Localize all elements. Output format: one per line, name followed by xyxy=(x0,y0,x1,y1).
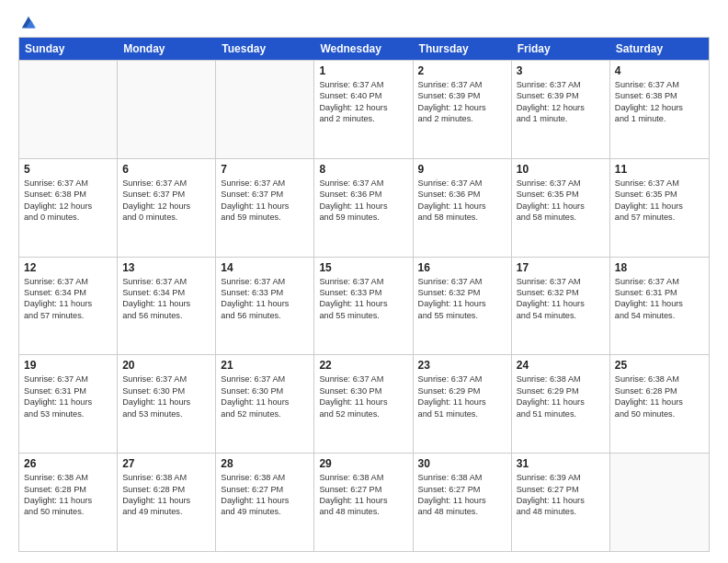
day-number: 2 xyxy=(418,64,506,77)
cell-line: Sunset: 6:34 PM xyxy=(122,287,210,298)
day-number: 17 xyxy=(517,261,605,274)
header-day-tuesday: Tuesday xyxy=(216,38,314,60)
cell-line: Sunrise: 6:37 AM xyxy=(615,276,704,287)
cell-line: and 57 minutes. xyxy=(615,212,704,223)
cell-line: Daylight: 11 hours xyxy=(418,201,506,212)
cell-line: Sunrise: 6:37 AM xyxy=(319,178,407,189)
cell-line: Daylight: 12 hours xyxy=(517,102,605,113)
day-number: 21 xyxy=(221,359,309,372)
day-number: 25 xyxy=(615,359,704,372)
cell-line: and 57 minutes. xyxy=(24,310,112,321)
cell-line: Sunrise: 6:37 AM xyxy=(517,178,605,189)
cell-line: Sunrise: 6:38 AM xyxy=(24,472,112,483)
cell-line: Sunrise: 6:37 AM xyxy=(221,373,309,385)
day-number: 16 xyxy=(418,261,506,274)
cell-line: Sunset: 6:30 PM xyxy=(221,385,309,396)
cell-line: and 53 minutes. xyxy=(122,408,210,419)
day-cell-24: 24Sunrise: 6:38 AMSunset: 6:29 PMDayligh… xyxy=(512,355,610,453)
empty-cell xyxy=(19,61,118,158)
cell-line: Sunset: 6:28 PM xyxy=(122,484,210,495)
cell-line: Sunset: 6:27 PM xyxy=(319,484,407,495)
cell-line: Daylight: 11 hours xyxy=(221,201,309,212)
cell-line: Sunset: 6:35 PM xyxy=(615,189,704,200)
cell-line: Sunset: 6:27 PM xyxy=(221,484,309,495)
cell-line: Sunrise: 6:37 AM xyxy=(517,276,605,287)
cell-line: Sunset: 6:38 PM xyxy=(24,189,112,200)
cell-line: Daylight: 11 hours xyxy=(122,495,210,506)
cell-line: Sunrise: 6:37 AM xyxy=(418,79,506,90)
day-cell-3: 3Sunrise: 6:37 AMSunset: 6:39 PMDaylight… xyxy=(512,61,610,158)
cell-line: and 56 minutes. xyxy=(122,310,210,321)
cell-line: and 1 minute. xyxy=(615,113,704,124)
cell-line: Daylight: 11 hours xyxy=(122,298,210,309)
header-day-wednesday: Wednesday xyxy=(314,38,413,60)
day-number: 31 xyxy=(517,457,605,470)
cell-line: Sunrise: 6:37 AM xyxy=(615,79,704,90)
cell-line: and 48 minutes. xyxy=(517,506,605,517)
cell-line: and 1 minute. xyxy=(517,113,605,124)
cell-line: and 55 minutes. xyxy=(418,310,506,321)
day-cell-29: 29Sunrise: 6:38 AMSunset: 6:27 PMDayligh… xyxy=(314,454,413,551)
cell-line: Sunset: 6:31 PM xyxy=(615,287,704,298)
day-cell-6: 6Sunrise: 6:37 AMSunset: 6:37 PMDaylight… xyxy=(118,159,216,257)
day-cell-10: 10Sunrise: 6:37 AMSunset: 6:35 PMDayligh… xyxy=(512,159,610,257)
day-cell-5: 5Sunrise: 6:37 AMSunset: 6:38 PMDaylight… xyxy=(19,159,118,257)
cell-line: Daylight: 11 hours xyxy=(615,298,704,309)
calendar-row-3: 12Sunrise: 6:37 AMSunset: 6:34 PMDayligh… xyxy=(19,257,709,355)
day-cell-12: 12Sunrise: 6:37 AMSunset: 6:34 PMDayligh… xyxy=(19,258,118,355)
day-number: 6 xyxy=(122,163,210,176)
cell-line: Sunset: 6:35 PM xyxy=(517,189,605,200)
day-number: 27 xyxy=(122,457,210,470)
cell-line: Sunrise: 6:37 AM xyxy=(24,373,112,385)
day-cell-23: 23Sunrise: 6:37 AMSunset: 6:29 PMDayligh… xyxy=(414,355,512,453)
calendar-row-4: 19Sunrise: 6:37 AMSunset: 6:31 PMDayligh… xyxy=(19,354,709,453)
cell-line: Sunset: 6:37 PM xyxy=(221,189,309,200)
cell-line: Sunrise: 6:37 AM xyxy=(418,178,506,189)
day-number: 24 xyxy=(517,359,605,372)
day-number: 20 xyxy=(122,359,210,372)
day-cell-1: 1Sunrise: 6:37 AMSunset: 6:40 PMDaylight… xyxy=(314,61,413,158)
day-number: 14 xyxy=(221,261,309,274)
cell-line: Sunset: 6:39 PM xyxy=(418,90,506,101)
cell-line: and 50 minutes. xyxy=(24,506,112,517)
day-cell-9: 9Sunrise: 6:37 AMSunset: 6:36 PMDaylight… xyxy=(414,159,512,257)
cell-line: Sunset: 6:27 PM xyxy=(418,484,506,495)
cell-line: Daylight: 12 hours xyxy=(319,102,407,113)
cell-line: Sunrise: 6:37 AM xyxy=(122,178,210,189)
cell-line: Sunrise: 6:37 AM xyxy=(221,276,309,287)
cell-line: Sunset: 6:33 PM xyxy=(319,287,407,298)
cell-line: Sunset: 6:32 PM xyxy=(517,287,605,298)
cell-line: and 2 minutes. xyxy=(418,113,506,124)
cell-line: and 54 minutes. xyxy=(615,310,704,321)
cell-line: and 54 minutes. xyxy=(517,310,605,321)
header-day-saturday: Saturday xyxy=(610,38,709,60)
cell-line: and 51 minutes. xyxy=(418,408,506,419)
cell-line: Sunset: 6:28 PM xyxy=(615,385,704,396)
cell-line: Daylight: 11 hours xyxy=(122,396,210,408)
cell-line: Daylight: 11 hours xyxy=(418,298,506,309)
cell-line: Sunrise: 6:37 AM xyxy=(418,373,506,385)
day-cell-2: 2Sunrise: 6:37 AMSunset: 6:39 PMDaylight… xyxy=(414,61,512,158)
cell-line: Sunrise: 6:39 AM xyxy=(517,472,605,483)
day-cell-21: 21Sunrise: 6:37 AMSunset: 6:30 PMDayligh… xyxy=(216,355,314,453)
day-cell-28: 28Sunrise: 6:38 AMSunset: 6:27 PMDayligh… xyxy=(216,454,314,551)
cell-line: Sunrise: 6:37 AM xyxy=(319,79,407,90)
cell-line: Daylight: 11 hours xyxy=(221,298,309,309)
cell-line: Sunset: 6:28 PM xyxy=(24,484,112,495)
cell-line: Sunrise: 6:38 AM xyxy=(418,472,506,483)
day-cell-15: 15Sunrise: 6:37 AMSunset: 6:33 PMDayligh… xyxy=(314,258,413,355)
cell-line: and 59 minutes. xyxy=(319,212,407,223)
day-number: 9 xyxy=(418,163,506,176)
day-cell-31: 31Sunrise: 6:39 AMSunset: 6:27 PMDayligh… xyxy=(512,454,610,551)
day-number: 19 xyxy=(24,359,112,372)
cell-line: Sunset: 6:30 PM xyxy=(122,385,210,396)
cell-line: Sunset: 6:33 PM xyxy=(221,287,309,298)
cell-line: Sunset: 6:38 PM xyxy=(615,90,704,101)
cell-line: Sunset: 6:36 PM xyxy=(319,189,407,200)
calendar: SundayMondayTuesdayWednesdayThursdayFrid… xyxy=(18,37,710,552)
calendar-row-5: 26Sunrise: 6:38 AMSunset: 6:28 PMDayligh… xyxy=(19,453,709,551)
cell-line: Sunrise: 6:37 AM xyxy=(122,276,210,287)
day-number: 26 xyxy=(24,457,112,470)
cell-line: Daylight: 11 hours xyxy=(517,298,605,309)
cell-line: Sunrise: 6:37 AM xyxy=(319,373,407,385)
